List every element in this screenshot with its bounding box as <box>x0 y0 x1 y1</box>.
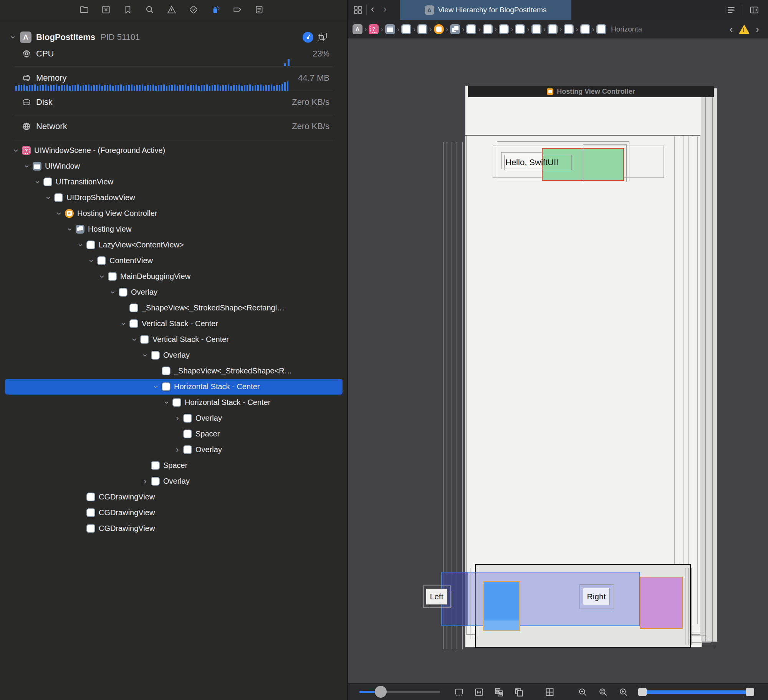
related-items-grid-icon[interactable] <box>353 5 362 15</box>
plane-spacing-slider[interactable] <box>359 691 440 693</box>
tree-item[interactable]: ›?UIWindowScene - (Foreground Active) <box>0 143 348 158</box>
chevron-down-icon[interactable]: › <box>23 162 31 171</box>
stacked-layers-icon[interactable] <box>318 33 327 42</box>
chevron-down-icon[interactable]: › <box>9 33 17 42</box>
hosting-view-icon[interactable] <box>450 24 460 34</box>
clip-content-icon[interactable] <box>454 687 464 697</box>
range-handle-start[interactable] <box>638 688 647 696</box>
folder-icon[interactable] <box>79 5 89 15</box>
chevron-right-icon[interactable]: › <box>141 477 150 486</box>
tree-item[interactable]: ›Hosting View Controller <box>0 206 348 221</box>
chevron-down-icon[interactable]: › <box>87 256 96 265</box>
report-list-icon[interactable] <box>254 5 264 15</box>
warning-icon[interactable] <box>739 25 750 34</box>
hierarchy-3d-canvas[interactable]: Hosting View Controller Hello, SwiftUI! … <box>348 38 768 683</box>
view-icon[interactable] <box>564 24 574 34</box>
chevron-down-icon[interactable]: › <box>66 225 74 234</box>
chevron-right-icon[interactable]: › <box>173 446 182 454</box>
uiwindow-icon[interactable] <box>385 24 395 34</box>
view-icon[interactable] <box>531 24 541 34</box>
visible-range-slider[interactable] <box>638 688 754 696</box>
slider-knob[interactable] <box>375 686 387 698</box>
chevron-down-icon[interactable]: › <box>98 272 106 281</box>
tree-item[interactable]: ›Overlay <box>0 473 348 489</box>
chevron-down-icon[interactable]: › <box>76 241 85 250</box>
metric-row-disk[interactable]: Disk Zero KB/s <box>0 94 348 111</box>
issues-icon[interactable] <box>167 5 177 15</box>
performance-gauge-icon[interactable] <box>303 32 313 43</box>
chevron-down-icon[interactable]: › <box>33 177 42 187</box>
tree-item[interactable]: ›Overlay <box>0 442 348 458</box>
metric-row-network[interactable]: Network Zero KB/s <box>0 118 348 135</box>
breakpoint-tag-icon[interactable] <box>232 5 242 15</box>
range-handle-end[interactable] <box>746 688 754 696</box>
view-icon[interactable] <box>596 24 606 34</box>
zoom-in-icon[interactable] <box>618 687 629 697</box>
chevron-down-icon[interactable]: › <box>44 193 53 202</box>
stacked-views-icon[interactable] <box>494 687 504 697</box>
forward-chevron-icon[interactable]: › <box>383 3 387 15</box>
tree-item[interactable]: ›_ShapeView<_StrokedShape<Rectangl… <box>0 300 348 316</box>
bookmark-icon[interactable] <box>123 5 133 15</box>
tree-item[interactable]: ›Vertical Stack - Center <box>0 316 348 332</box>
hello-label[interactable]: Hello, SwiftUI! <box>505 155 558 170</box>
view-icon[interactable] <box>417 24 427 34</box>
chevron-down-icon[interactable]: › <box>119 319 128 328</box>
tree-item[interactable]: ›CGDrawingView <box>0 521 348 536</box>
debug-bar-menu-icon[interactable] <box>726 5 736 15</box>
blue-rectangle-view[interactable] <box>483 581 520 631</box>
chevron-down-icon[interactable]: › <box>152 382 160 391</box>
tree-item[interactable]: ›LazyView<ContentView> <box>0 237 348 253</box>
chevron-down-icon[interactable]: › <box>109 288 117 297</box>
back-chevron-icon[interactable]: ‹ <box>371 3 374 15</box>
chevron-down-icon[interactable]: › <box>141 351 149 360</box>
process-header-row[interactable]: › A BlogPostItems PID 51101 <box>0 28 348 47</box>
chevron-down-icon[interactable]: › <box>130 335 139 344</box>
view-icon[interactable] <box>515 24 525 34</box>
right-label[interactable]: Right <box>583 588 610 605</box>
tree-item[interactable]: ›CGDrawingView <box>0 489 348 505</box>
jump-bar-current-item[interactable]: Horizonta <box>611 25 651 33</box>
metric-row-cpu[interactable]: CPU 23% <box>0 45 348 62</box>
view-controller-icon[interactable] <box>434 24 444 34</box>
view-icon[interactable] <box>548 24 558 34</box>
view-icon[interactable] <box>466 24 476 34</box>
view-icon[interactable] <box>483 24 493 34</box>
view-icon[interactable] <box>580 24 590 34</box>
view-icon[interactable] <box>499 24 509 34</box>
purple-rectangle-view[interactable] <box>640 577 683 629</box>
tree-item[interactable]: ›MainDebuggingView <box>0 269 348 284</box>
tree-item[interactable]: ›Overlay <box>0 410 348 426</box>
constraints-icon[interactable] <box>474 687 484 697</box>
symbols-grid-icon[interactable] <box>101 5 111 15</box>
debug-spray-icon[interactable] <box>210 5 220 15</box>
next-issue-chevron-icon[interactable]: › <box>756 23 759 35</box>
chevron-down-icon[interactable]: › <box>55 209 63 218</box>
tree-item[interactable]: ›Hosting view <box>0 221 348 237</box>
tree-item[interactable]: ›Vertical Stack - Center <box>0 332 348 347</box>
tree-item-selected[interactable]: ›Horizontal Stack - Center <box>5 379 343 395</box>
tree-item[interactable]: ›ContentView <box>0 253 348 269</box>
tree-item[interactable]: ›Horizontal Stack - Center <box>0 395 348 410</box>
tree-item[interactable]: ›UIWindow <box>0 158 348 174</box>
tree-item[interactable]: ›UITransitionView <box>0 174 348 190</box>
tree-item[interactable]: ›Overlay <box>0 347 348 363</box>
clipped-layers-icon[interactable] <box>514 687 524 697</box>
tree-item[interactable]: ›Spacer <box>0 458 348 473</box>
tree-item[interactable]: ›Overlay <box>0 284 348 300</box>
chevron-right-icon[interactable]: › <box>173 414 182 423</box>
zoom-actual-icon[interactable] <box>598 687 608 697</box>
view-icon[interactable] <box>401 24 411 34</box>
tree-item[interactable]: ›_ShapeView<_StrokedShape<R… <box>0 363 348 379</box>
tree-item[interactable]: ›CGDrawingView <box>0 505 348 521</box>
search-icon[interactable] <box>145 5 155 15</box>
zoom-out-icon[interactable] <box>578 687 588 697</box>
tree-item[interactable]: ›Spacer <box>0 426 348 442</box>
left-label[interactable]: Left <box>426 589 447 605</box>
uiwindowscene-icon[interactable] <box>369 24 379 34</box>
tree-item[interactable]: ›UIDropShadowView <box>0 190 348 206</box>
tests-icon[interactable] <box>189 5 199 15</box>
orientation-grid-icon[interactable] <box>545 687 555 697</box>
previous-issue-chevron-icon[interactable]: ‹ <box>730 23 733 35</box>
tab-view-hierarchy[interactable]: A View Hierarchy for BlogPostItems <box>400 0 571 20</box>
